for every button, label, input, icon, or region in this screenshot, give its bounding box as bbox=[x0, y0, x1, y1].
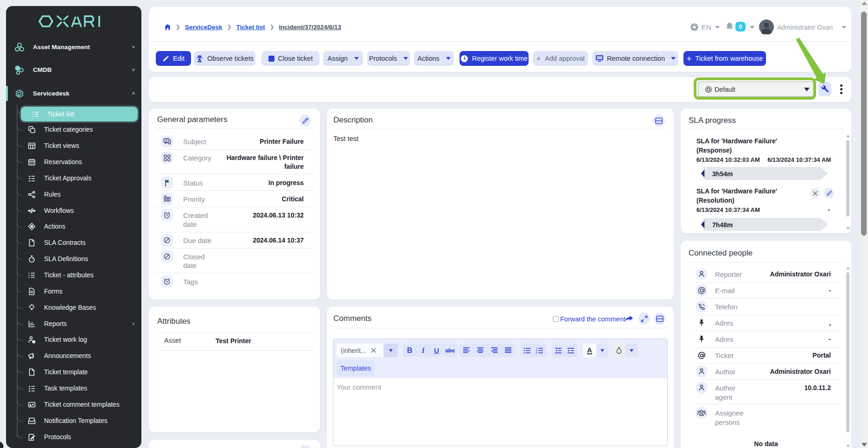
svg-text:3h54m: 3h54m bbox=[712, 170, 733, 178]
svg-text:3: 3 bbox=[536, 352, 537, 354]
svg-text:7h48m: 7h48m bbox=[712, 221, 733, 229]
